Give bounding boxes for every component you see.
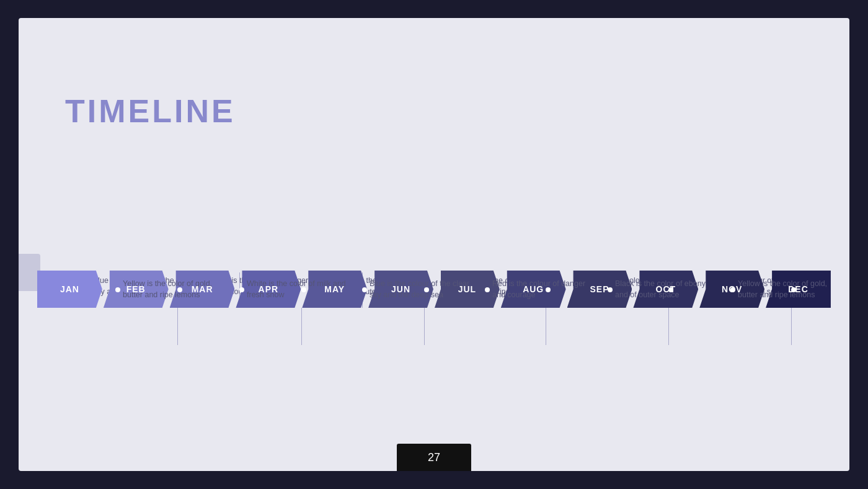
month-apr[interactable]: APR (236, 271, 301, 308)
dot-feb (177, 287, 182, 292)
dot-oct (668, 287, 673, 292)
month-feb[interactable]: FEB (104, 271, 169, 308)
month-dec[interactable]: DEC (766, 271, 831, 308)
month-may[interactable]: MAY (302, 271, 367, 308)
connector-jun-below (424, 308, 425, 345)
connector-apr-below (301, 308, 302, 345)
dot-sep (608, 287, 613, 292)
month-jan[interactable]: JAN (37, 271, 102, 308)
connector-oct-below (668, 308, 669, 345)
dot-may (362, 287, 367, 292)
dot-jun (424, 287, 429, 292)
month-aug[interactable]: AUG (501, 271, 566, 308)
month-jul[interactable]: JUL (435, 271, 500, 308)
dot-nov (730, 287, 735, 292)
dot-apr (301, 287, 306, 292)
dot-jan (115, 287, 120, 292)
month-oct[interactable]: OCT (633, 271, 698, 308)
page-title: TIMELINE (65, 92, 236, 130)
connector-aug-below (546, 308, 546, 345)
timeline-bar: JAN FEB MAR APR MAY (37, 271, 831, 308)
connector-dec-below (791, 308, 792, 345)
page-number: 27 (397, 444, 471, 471)
dot-aug (546, 287, 551, 292)
dot-jul (485, 287, 490, 292)
dot-mar (239, 287, 244, 292)
dot-dec (791, 287, 796, 292)
connector-feb-below (177, 308, 178, 345)
slide: TIMELINE Blue is the colour of the clear… (19, 18, 849, 471)
month-sep[interactable]: SEP (567, 271, 632, 308)
